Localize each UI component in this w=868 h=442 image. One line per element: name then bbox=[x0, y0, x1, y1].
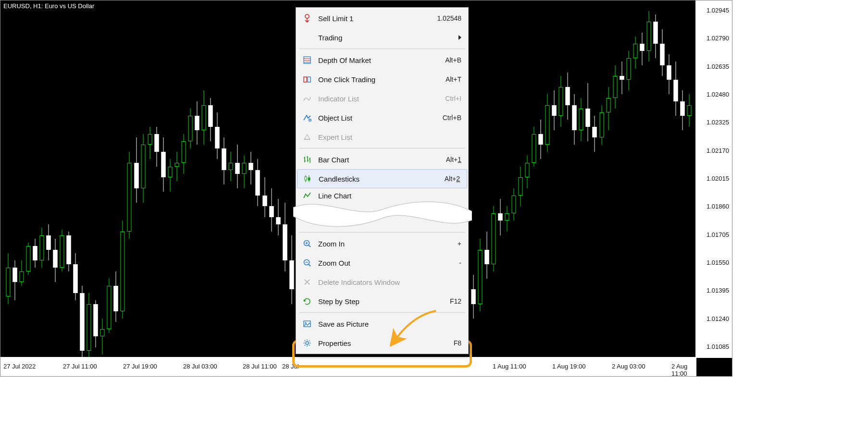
candle bbox=[606, 87, 611, 130]
menu-label: Line Chart bbox=[318, 192, 461, 200]
candle bbox=[659, 29, 665, 76]
x-tick: 2 Aug 11:00 bbox=[671, 363, 696, 377]
menu-shortcut: F8 bbox=[454, 339, 461, 347]
svg-rect-6 bbox=[308, 77, 310, 82]
candle bbox=[518, 167, 523, 207]
svg-rect-5 bbox=[304, 77, 307, 82]
candle bbox=[215, 112, 220, 160]
candle bbox=[632, 37, 638, 69]
expert-icon bbox=[301, 131, 313, 143]
candle bbox=[687, 94, 692, 127]
candle bbox=[538, 120, 544, 160]
candle bbox=[585, 83, 591, 141]
candle bbox=[653, 14, 658, 58]
svg-rect-8 bbox=[304, 139, 310, 140]
y-tick: 1.02170 bbox=[707, 147, 729, 154]
candle bbox=[248, 152, 254, 184]
y-tick: 1.01705 bbox=[707, 231, 729, 238]
x-tick: 2 Aug 03:00 bbox=[612, 363, 645, 370]
menu-properties[interactable]: Properties F8 bbox=[296, 333, 468, 353]
candle bbox=[59, 230, 64, 271]
menu-bar-chart[interactable]: Bar Chart Alt+1 bbox=[296, 150, 468, 169]
svg-rect-12 bbox=[308, 178, 310, 180]
menu-step-by-step[interactable]: Step by Step F12 bbox=[296, 292, 468, 311]
zoom-out-icon bbox=[301, 257, 313, 269]
y-axis: 1.029451.027901.026351.024801.023251.021… bbox=[695, 0, 732, 358]
candle bbox=[127, 152, 132, 239]
svg-point-22 bbox=[306, 342, 309, 344]
candle bbox=[477, 239, 483, 311]
depth-icon bbox=[301, 54, 313, 66]
menu-shortcut: + bbox=[458, 240, 461, 247]
menu-zoom-out[interactable]: Zoom Out - bbox=[296, 253, 468, 272]
indicator-icon bbox=[301, 92, 313, 105]
candle bbox=[161, 137, 166, 192]
candle bbox=[619, 61, 624, 94]
object-list-icon bbox=[301, 111, 313, 124]
y-tick: 1.02790 bbox=[707, 35, 729, 42]
candle bbox=[228, 152, 234, 181]
y-tick: 1.02945 bbox=[707, 7, 729, 14]
menu-shortcut: - bbox=[459, 259, 461, 267]
candle bbox=[32, 239, 37, 268]
svg-rect-20 bbox=[304, 321, 310, 327]
candle bbox=[471, 275, 476, 318]
svg-line-14 bbox=[309, 245, 310, 247]
candle bbox=[497, 199, 503, 235]
candle bbox=[592, 116, 597, 152]
menu-label: Candlesticks bbox=[319, 175, 445, 183]
chart-window: EURUSD, H1: Euro vs US Dollar 27 Jul 202… bbox=[0, 0, 732, 377]
candle bbox=[39, 228, 44, 268]
candle bbox=[289, 235, 294, 304]
candle bbox=[275, 199, 281, 235]
candle bbox=[174, 152, 179, 181]
candle bbox=[572, 94, 577, 145]
candle bbox=[242, 156, 247, 188]
candle bbox=[262, 177, 267, 217]
candle bbox=[73, 253, 78, 300]
candle bbox=[552, 90, 557, 130]
y-tick: 1.02635 bbox=[707, 62, 729, 70]
menu-truncated-section bbox=[296, 203, 468, 231]
x-tick: 1 Aug 19:00 bbox=[552, 363, 585, 370]
close-icon bbox=[301, 276, 313, 288]
candle bbox=[524, 156, 530, 188]
candle bbox=[222, 137, 227, 184]
svg-line-30 bbox=[305, 345, 306, 346]
candle bbox=[667, 54, 672, 94]
candle bbox=[269, 188, 274, 232]
candle bbox=[181, 134, 186, 174]
menu-shortcut: Ctrl+I bbox=[445, 95, 461, 102]
menu-trading[interactable]: Trading bbox=[296, 28, 468, 47]
x-tick: 27 Jul 2022 bbox=[3, 363, 36, 370]
svg-point-21 bbox=[305, 322, 306, 323]
picture-icon bbox=[301, 318, 313, 330]
x-tick: 27 Jul 11:00 bbox=[63, 363, 97, 370]
menu-separator bbox=[299, 49, 465, 49]
candle bbox=[113, 271, 119, 322]
menu-sell-limit[interactable]: Sell Limit 1 1.02548 bbox=[296, 9, 468, 28]
candle bbox=[46, 224, 51, 260]
candle bbox=[673, 61, 679, 116]
sell-icon bbox=[301, 12, 313, 25]
candle bbox=[187, 109, 193, 148]
svg-line-28 bbox=[309, 345, 310, 346]
step-icon bbox=[301, 295, 313, 307]
y-tick: 1.01550 bbox=[707, 259, 729, 266]
menu-one-click-trading[interactable]: One Click Trading Alt+T bbox=[296, 70, 468, 89]
menu-zoom-in[interactable]: Zoom In + bbox=[296, 234, 468, 253]
candle bbox=[201, 90, 207, 145]
menu-save-picture[interactable]: Save as Picture bbox=[296, 314, 468, 333]
candle bbox=[565, 73, 570, 120]
candle bbox=[491, 206, 496, 271]
menu-separator bbox=[299, 148, 465, 148]
gear-icon bbox=[301, 337, 313, 349]
menu-depth-of-market[interactable]: Depth Of Market Alt+B bbox=[296, 50, 468, 70]
candle bbox=[140, 134, 146, 203]
menu-label: Zoom In bbox=[318, 240, 458, 248]
x-tick: 28 Jul 11:00 bbox=[243, 363, 277, 370]
x-axis: 27 Jul 202227 Jul 11:0027 Jul 19:0028 Ju… bbox=[0, 357, 696, 376]
menu-object-list[interactable]: Object List Ctrl+B bbox=[296, 108, 468, 127]
menu-candlesticks[interactable]: Candlesticks Alt+2 bbox=[297, 169, 467, 188]
candle bbox=[612, 65, 618, 109]
